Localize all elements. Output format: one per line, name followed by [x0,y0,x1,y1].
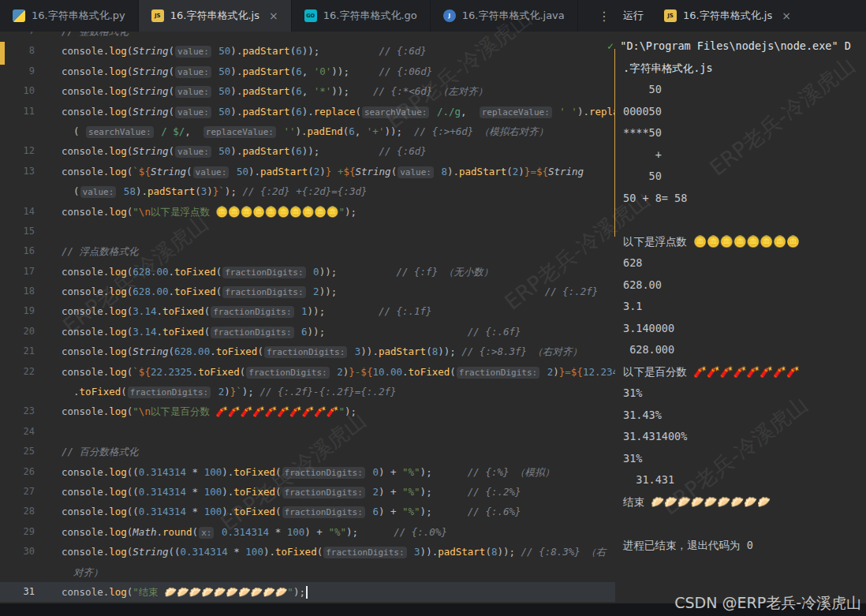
text-segment: ); [242,386,260,398]
code-editor[interactable]: 7// 整数格式化8console.log(String(value: 50).… [0,32,615,603]
text-segment: " [133,206,139,218]
line-number: 18 [0,282,35,301]
text-segment: 对齐） [73,566,103,578]
text-segment: \n [139,405,151,417]
text-segment: log [109,106,127,118]
text-segment: (( [127,466,139,478]
text-segment: 628.00 [133,266,168,278]
run-tab-label: 16.字符串格式化.js [683,9,772,23]
editor-tab-go[interactable]: GO16.字符串格式化.go [292,0,431,32]
text-segment: 0.314314 [139,466,186,478]
text-segment: ). [248,166,260,177]
text-segment: ); [420,486,468,498]
text-segment [296,305,302,317]
console-line: ✓ "D:\Program Files\nodejs\node.exe" D [601,35,866,58]
line-number: 29 [0,522,35,542]
editor-tab-js[interactable]: JS16.字符串格式化.js× [139,0,292,32]
line-number: 25 [0,442,35,461]
editor-tab-python[interactable]: 16.字符串格式化.py [0,0,139,32]
text-segment: . [210,345,216,357]
text-segment: . [168,266,174,278]
text-segment: toFixed [409,366,450,378]
console-line: 628.000 [601,339,866,361]
run-output-tab[interactable]: JS 16.字符串格式化.js × [658,0,797,32]
console-line: .字符串格式化.js [601,58,866,80]
text-segment: String [133,85,168,97]
close-icon[interactable]: × [782,10,791,21]
text-segment: "%" [402,466,420,478]
text-segment: 58 [124,185,136,197]
console-line: 3.140000 [601,318,866,340]
line-number: 30 [0,542,35,562]
text-segment: toFixed [162,326,204,338]
text-segment [308,266,314,278]
console-line [601,513,866,535]
text-segment: * [186,506,204,517]
code-line: (value: 58).padStart(3)}`); // {:2d} +{:… [0,181,615,201]
text-segment: 3 [414,546,420,558]
text-segment: // {:*<6d} （左对齐） [373,85,487,97]
console-line: 结束 🥟🥟🥟🥟🥟🥟🥟🥟🥟 [601,491,866,513]
text-segment: * [269,526,287,538]
code-line: 24 [0,422,615,442]
text-segment: ). [230,145,242,157]
line-number: 8 [0,41,35,61]
text-segment: ); [420,466,468,478]
text-segment: ( [426,345,432,357]
text-segment: )); [331,85,373,97]
line-number: 27 [0,482,35,502]
text-segment: ( [62,185,80,197]
text-segment: fractionDigits: [282,467,365,479]
code-line: 10console.log(String(value: 50).padStart… [0,81,615,101]
text-segment: fractionDigits: [246,367,329,379]
text-segment: ( [121,386,127,398]
text-segment: 100 [245,546,263,558]
text-segment: ` [133,166,139,177]
text-segment [155,125,162,137]
text-segment: String [133,345,168,357]
csdn-watermark: CSDN @ERP老兵-冷溪虎山 [674,593,861,614]
text-segment: \n [139,206,151,218]
code-line: 19console.log(3.14.toFixed(fractionDigit… [0,301,615,321]
text-segment: fractionDigits: [211,306,293,318]
text-segment: x: [199,527,214,539]
text-segment: padStart [438,546,485,558]
text-segment: "%" [402,506,420,517]
text-segment: console. [62,486,109,498]
text-segment: ). [136,185,147,197]
text-segment: .字符串格式化.js [623,62,713,74]
text-segment: // {:06d} [379,65,433,77]
text-segment: ${ [536,166,548,177]
text-segment: fractionDigits: [457,367,539,379]
text-segment: fractionDigits: [222,267,305,278]
code-line: 25// 百分数格式化 [0,442,615,461]
text-segment: 进程已结束，退出代码为 0 [623,539,753,551]
console-line: 50 [601,166,866,188]
text-segment: // {:6d} [379,45,427,57]
code-line: 7// 整数格式化 [0,32,615,41]
text-segment: "%" [328,526,346,538]
text-segment: / $/ [161,125,185,137]
text-segment: 6 [372,506,379,517]
text-segment: value: [175,86,211,98]
text-segment: 50 [218,45,230,57]
text-segment: replaceValue: [480,106,552,118]
text-segment [308,286,314,297]
more-options-icon[interactable]: ⋮ [593,0,615,32]
text-segment: console. [62,366,109,378]
text-segment: toFixed [174,266,216,278]
text-segment [62,566,73,578]
text-segment: console. [62,405,109,417]
text-segment: } [349,366,355,378]
text-segment: ( [204,305,211,317]
close-icon[interactable]: × [269,10,278,21]
run-panel-header: 运行 JS 16.字符串格式化.js × [623,0,797,32]
go-file-icon: GO [304,9,317,22]
editor-tab-java[interactable]: J16.字符串格式化.java [431,0,578,32]
text-segment: console. [62,466,109,478]
text-segment: console. [62,345,109,357]
run-console[interactable]: ✓ "D:\Program Files\nodejs\node.exe" D.字… [601,32,866,603]
text-segment: '' [283,125,295,137]
text-segment: '*' [314,85,332,97]
console-line: 628.00 [601,274,866,297]
